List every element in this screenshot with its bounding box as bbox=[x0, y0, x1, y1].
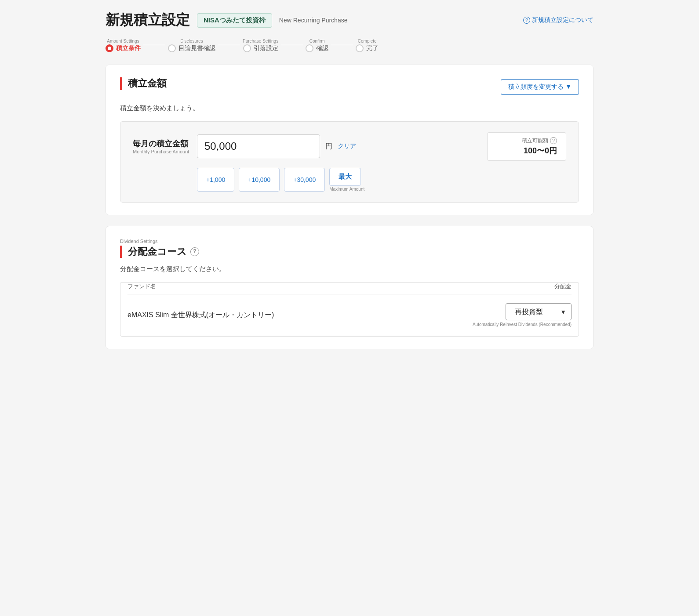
quick-add-10000[interactable]: +10,000 bbox=[239, 168, 280, 192]
step-4: Confirm 確認 bbox=[306, 39, 328, 52]
clear-button[interactable]: クリア bbox=[338, 142, 356, 150]
available-value: 100〜0円 bbox=[524, 145, 557, 156]
help-link-text: 新規積立設定について bbox=[532, 16, 593, 24]
subtitle: New Recurring Purchase bbox=[279, 17, 348, 24]
dividend-select-container[interactable]: 再投資型 受取型 ▼ bbox=[506, 303, 572, 320]
amount-desc: 積立金額を決めましょう。 bbox=[120, 104, 579, 112]
quick-add-30000[interactable]: +30,000 bbox=[284, 168, 325, 192]
step-4-circle bbox=[306, 44, 313, 52]
monthly-label: 毎月の積立金額 Monthly Purchase Amount bbox=[133, 138, 190, 154]
dividend-title: 分配金コース ? bbox=[120, 246, 579, 258]
step-1-label: 積立条件 bbox=[116, 44, 141, 52]
yen-label: 円 bbox=[325, 142, 332, 151]
step-2-label: 目論見書確認 bbox=[178, 44, 215, 52]
nisa-badge: NISAつみたて投資枠 bbox=[197, 13, 272, 28]
amount-title: 積立金額 bbox=[120, 77, 167, 90]
step-5-circle bbox=[356, 44, 364, 52]
freq-change-button[interactable]: 積立頻度を変更する ▼ bbox=[501, 79, 579, 95]
step-4-label: 確認 bbox=[316, 44, 328, 52]
col-dividend: 分配金 bbox=[554, 283, 572, 290]
step-2: Disclosures 目論見書確認 bbox=[168, 39, 215, 52]
col-fund-name: ファンド名 bbox=[127, 283, 156, 290]
available-help-icon[interactable]: ? bbox=[550, 137, 557, 144]
help-link[interactable]: ? 新規積立設定について bbox=[523, 16, 593, 24]
available-box: 積立可能額 ? 100〜0円 bbox=[487, 132, 566, 161]
max-label: Maximum Amount bbox=[329, 187, 364, 192]
quick-buttons: +1,000 +10,000 +30,000 最大 Maximum Amount bbox=[197, 168, 566, 192]
step-1-en: Amount Settings bbox=[107, 39, 139, 43]
table-header: ファンド名 分配金 bbox=[127, 283, 572, 294]
fund-name: eMAXIS Slim 全世界株式(オール・カントリー) bbox=[127, 311, 274, 320]
step-2-en: Disclosures bbox=[180, 39, 203, 43]
step-5: Complete 完了 bbox=[356, 39, 379, 52]
page-title: 新規積立設定 bbox=[106, 11, 190, 30]
dividend-table: ファンド名 分配金 eMAXIS Slim 全世界株式(オール・カントリー) 再… bbox=[120, 282, 579, 337]
dividend-help-icon[interactable]: ? bbox=[190, 247, 199, 256]
step-5-en: Complete bbox=[358, 39, 377, 43]
dividend-section: Dividend Settings 分配金コース ? 分配金コースを選択してくだ… bbox=[106, 226, 593, 350]
dividend-note: Automatically Reinvest Dividends (Recomm… bbox=[473, 322, 572, 327]
monthly-label-en: Monthly Purchase Amount bbox=[133, 149, 190, 154]
dividend-select-wrap: 再投資型 受取型 ▼ Automatically Reinvest Divide… bbox=[473, 303, 572, 327]
amount-section: 積立金額 積立頻度を変更する ▼ 積立金額を決めましょう。 毎月の積立金額 Mo… bbox=[106, 65, 593, 215]
step-4-en: Confirm bbox=[309, 39, 325, 43]
quick-add-1000[interactable]: +1,000 bbox=[197, 168, 234, 192]
available-label: 積立可能額 ? bbox=[522, 137, 557, 145]
step-3: Purchase Settings 引落設定 bbox=[243, 39, 278, 52]
step-1-circle bbox=[106, 44, 113, 52]
quick-max-button[interactable]: 最大 bbox=[329, 168, 361, 186]
max-button-wrap: 最大 Maximum Amount bbox=[329, 168, 364, 192]
amount-inner-card: 毎月の積立金額 Monthly Purchase Amount 円 クリア 積立… bbox=[120, 121, 579, 203]
connector-2 bbox=[215, 39, 243, 45]
step-5-label: 完了 bbox=[366, 44, 379, 52]
connector-1 bbox=[141, 39, 168, 45]
step-3-circle bbox=[243, 44, 251, 52]
step-1: Amount Settings 積立条件 bbox=[106, 39, 141, 52]
dividend-subtitle: Dividend Settings bbox=[120, 239, 579, 244]
connector-3 bbox=[278, 39, 306, 45]
step-3-en: Purchase Settings bbox=[243, 39, 278, 43]
dividend-select[interactable]: 再投資型 受取型 bbox=[506, 303, 572, 320]
help-icon: ? bbox=[523, 17, 530, 24]
amount-input[interactable] bbox=[197, 134, 320, 158]
step-2-circle bbox=[168, 44, 176, 52]
stepper: Amount Settings 積立条件 Disclosures 目論見書確認 … bbox=[106, 39, 593, 52]
fund-row: eMAXIS Slim 全世界株式(オール・カントリー) 再投資型 受取型 ▼ … bbox=[127, 294, 572, 336]
dividend-desc: 分配金コースを選択してください。 bbox=[120, 265, 579, 273]
connector-4 bbox=[328, 39, 356, 45]
step-3-label: 引落設定 bbox=[254, 44, 278, 52]
